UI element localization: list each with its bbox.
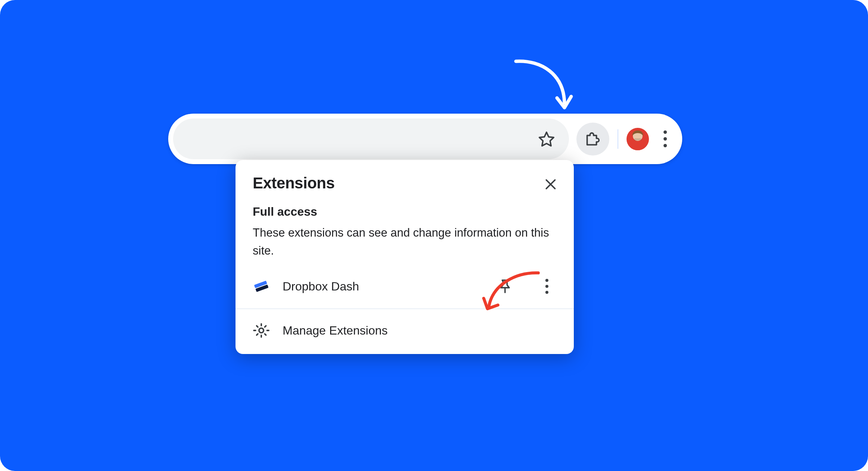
extension-name: Dropbox Dash (280, 280, 486, 293)
extension-icon (253, 278, 270, 295)
popover-header: Extensions (236, 160, 574, 192)
section-heading: Full access (253, 205, 557, 219)
popover-title: Extensions (253, 174, 335, 192)
extensions-puzzle-icon (584, 130, 601, 148)
pin-icon (501, 280, 509, 288)
profile-avatar-button[interactable] (627, 128, 649, 150)
toolbar-actions (576, 123, 677, 156)
manage-extensions-label: Manage Extensions (280, 324, 388, 338)
more-vertical-icon (664, 130, 667, 134)
annotation-arrow-white (512, 56, 576, 112)
more-vertical-icon (545, 279, 548, 282)
svg-point-8 (259, 328, 264, 333)
full-access-section: Full access These extensions can see and… (236, 192, 574, 270)
extension-row[interactable]: Dropbox Dash (236, 270, 574, 308)
svg-marker-0 (539, 132, 554, 145)
profile-avatar-icon (627, 128, 649, 150)
address-bar[interactable] (173, 118, 569, 159)
manage-extensions-row[interactable]: Manage Extensions (236, 309, 574, 354)
section-description: These extensions can see and change info… (253, 224, 557, 260)
extension-more-button[interactable] (540, 279, 554, 294)
gear-icon (253, 322, 270, 339)
extensions-popover: Extensions Full access These extensions … (236, 160, 574, 354)
extensions-button[interactable] (576, 123, 609, 156)
star-icon (538, 130, 555, 148)
browser-menu-button[interactable] (655, 125, 675, 153)
toolbar-separator (618, 129, 618, 149)
dropbox-dash-icon (253, 278, 270, 295)
close-button[interactable] (543, 177, 558, 192)
browser-toolbar (168, 114, 682, 164)
bookmark-star-button[interactable] (533, 126, 560, 153)
pin-button[interactable] (497, 278, 513, 295)
svg-rect-3 (634, 138, 641, 141)
